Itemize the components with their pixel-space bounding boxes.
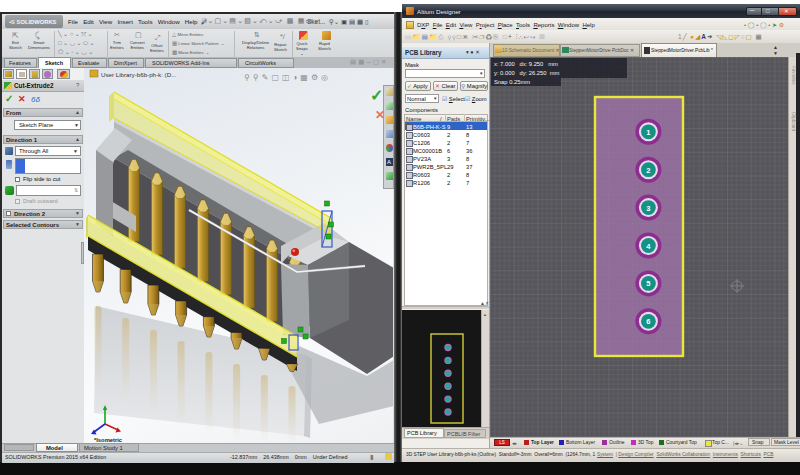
svg-text:✓: ✓ <box>370 87 383 104</box>
svg-text:x: 7.000 dx: 9.250 mm: x: 7.000 dx: 9.250 mm <box>494 61 558 67</box>
svg-text:1: 1 <box>646 128 650 137</box>
svg-text:6: 6 <box>646 317 650 326</box>
svg-text:5: 5 <box>646 279 650 288</box>
svg-text:3: 3 <box>646 204 650 213</box>
svg-text:⚲⚲✎▢◫◑▦⚙◎: ⚲⚲✎▢◫◑▦⚙◎ <box>244 73 331 82</box>
svg-text:2: 2 <box>646 166 650 175</box>
svg-text:User Library-b6b-ph-k: (D...: User Library-b6b-ph-k: (D... <box>101 71 177 78</box>
svg-text:Snap 0.25mm: Snap 0.25mm <box>494 79 530 85</box>
svg-text:y: 0.000 dy: 26.250 mm: y: 0.000 dy: 26.250 mm <box>494 70 560 76</box>
